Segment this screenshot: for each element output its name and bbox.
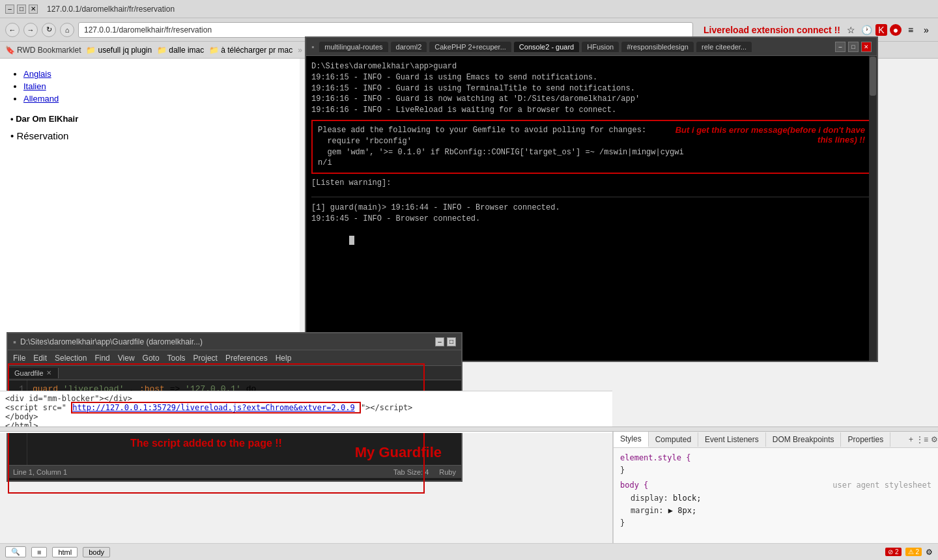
devtools-tab-computed[interactable]: Computed [649,432,698,447]
menu-find[interactable]: Find [94,354,109,363]
menu-edit[interactable]: Edit [33,354,47,363]
terminal-line-2: 19:16:15 - INFO - Guard is using Termina… [311,83,872,94]
devtools-selector-body: body { [620,481,648,490]
terminal-tab-daroml[interactable]: daroml2 [391,42,427,52]
bookmark-telecharger[interactable]: 📁 à télécharger pr mac [209,46,292,55]
sublime-minimize[interactable]: – [435,337,444,346]
sublime-tab-guardfile[interactable]: Guardfile ✕ [8,368,59,378]
menu-view[interactable]: View [118,354,135,363]
terminal-restore-btn[interactable]: □ [848,42,859,52]
terminal-scrollthumb[interactable] [870,57,876,96]
terminal-close-btn[interactable]: ✕ [861,42,872,52]
menu-tools[interactable]: Tools [167,354,186,363]
menu-goto[interactable]: Goto [143,354,160,363]
terminal-line-3: 19:16:16 - INFO - Guard is now watching … [311,94,872,105]
reload-button[interactable]: ↻ [42,23,56,37]
nav-link-allemand[interactable]: Allemand [23,94,59,104]
terminal-warning-line-2: gem 'wdm', '>= 0.1.0' if RbConfig::CONFI… [318,147,865,158]
sublime-tab-close[interactable]: ✕ [46,369,51,376]
devtools-tab-dom-breakpoints[interactable]: DOM Breakpoints [766,432,842,447]
terminal-listen-warning: [Listen warning]: [311,178,872,189]
back-button[interactable]: ← [5,23,20,37]
devtools-tab-styles[interactable]: Styles [614,432,649,447]
devtools-tabs: Styles Computed Event Listeners DOM Brea… [614,431,938,448]
terminal-warning-annotation: But i get this error message(before i do… [670,125,865,145]
statusbar-right: ⊘ 2 ⚠ 2 ⚙ [885,548,933,557]
terminal-titlebar: ▪ multilingual-routes daroml2 CakePHP 2+… [306,38,877,56]
devtools-icons: + ⋮≡ ⚙ [909,435,938,444]
sublime-controls[interactable]: – □ [435,337,456,346]
bookmark-jq[interactable]: 📁 usefull jq plugin [86,46,152,55]
expand-icon[interactable]: » [920,23,933,36]
html-annotation: The script added to the page !! [130,438,282,449]
nav-link-anglais[interactable]: Anglais [23,69,51,79]
terminal-tab-rele[interactable]: rele citeeder... [696,42,752,52]
terminal-warning-box: But i get this error message(before i do… [311,120,872,174]
terminal-line-0: D:\Sites\daromelkhair\app>guard [311,61,872,72]
statusbar-toggle-btn[interactable]: ≡ [31,547,47,557]
bookmarks-more[interactable]: » [298,46,302,55]
extension-icon[interactable]: K [875,24,887,36]
statusbar-gear-icon[interactable]: ⚙ [926,548,933,557]
devtools-rule-body-close: } [620,517,931,529]
close-btn[interactable]: ✕ [29,5,38,14]
home-button[interactable]: ⌂ [60,23,74,37]
minimize-btn[interactable]: – [5,5,14,14]
html-script-close: "></script> [361,403,412,412]
window-controls[interactable]: – □ ✕ [5,5,38,14]
terminal-tab-multilingual[interactable]: multilingual-routes [319,42,388,52]
nav-link-italien[interactable]: Italien [23,81,46,91]
devtools-tab-properties[interactable]: Properties [841,432,890,447]
terminal-tab-hfusion[interactable]: HFusion [582,42,619,52]
bookmark-rwd-label: RWD Bookmarklet [17,46,81,55]
statusbar-body-btn[interactable]: body [83,547,110,557]
folder-dalle-icon: 📁 [157,46,167,55]
sidebar-reservation[interactable]: • Réservation [10,130,289,141]
terminal-app-icon: ▪ [311,42,314,51]
html-script-line: <script src=" http://127.0.0.1:35729/liv… [5,403,607,412]
sublime-maximize[interactable]: □ [447,337,456,346]
terminal-minimize-btn[interactable]: – [835,42,846,52]
menu-selection[interactable]: Selection [55,354,87,363]
terminal-controls[interactable]: – □ ✕ [835,42,872,52]
sublime-statusbar-right: Tab Size: 4 Ruby [393,468,456,476]
devtools-tab-event-listeners[interactable]: Event Listeners [698,432,766,447]
menu-help[interactable]: Help [276,354,292,363]
browser-title: 127.0.0.1/daromelkhair/fr/reservation [47,5,175,14]
devtools-gear-icon[interactable]: ⚙ [931,435,938,444]
html-script-url[interactable]: http://127.0.0.1:35729/livereload.js?ext… [72,403,354,412]
statusbar-zoom-btn[interactable]: 🔍 [5,546,26,557]
terminal-tab-console2[interactable]: Console2 - guard [514,42,579,52]
statusbar-error-badge: ⊘ 2 [885,548,901,556]
address-bar[interactable]: 127.0.0.1/daromelkhair/fr/reservation [78,22,693,38]
devtools-format-icon[interactable]: ⋮≡ [916,435,928,444]
nav-item-italien[interactable]: Italien [23,81,289,91]
terminal-tab-cakephp[interactable]: CakePHP 2+recuper... [429,42,511,52]
clock-icon[interactable]: 🕐 [860,23,873,36]
menu-file[interactable]: File [13,354,25,363]
menu-icon[interactable]: ≡ [904,23,917,36]
menu-project[interactable]: Project [193,354,218,363]
devtools-rule-body: body { user agent stylesheet [620,479,931,492]
sublime-tab-guardfile-label: Guardfile [14,369,44,377]
bookmark-dalle-label: dalle imac [169,46,204,55]
statusbar-html-btn[interactable]: html [52,547,78,557]
forward-button[interactable]: → [23,23,38,37]
menu-preferences[interactable]: Preferences [225,354,268,363]
bookmark-dalle[interactable]: 📁 dalle imac [157,46,204,55]
browser-titlebar: – □ ✕ 127.0.0.1/daromelkhair/fr/reservat… [0,0,938,18]
terminal-scrollbar[interactable] [869,56,877,361]
devtools-resize-handle[interactable] [0,427,938,432]
devtools-add-icon[interactable]: + [909,435,913,444]
restore-btn[interactable]: □ [17,5,26,14]
devtools-rule-element-style-close: } [620,464,931,477]
terminal-window: ▪ multilingual-routes daroml2 CakePHP 2+… [305,36,878,362]
bookmark-rwd[interactable]: 🔖 RWD Bookmarklet [5,46,81,55]
bookmark-icon[interactable]: ☆ [844,23,857,36]
terminal-tab-responsive[interactable]: #responsibledesign [621,42,694,52]
devtools-comment-user-agent: user agent stylesheet [832,479,931,492]
record-icon[interactable]: ● [890,24,902,36]
page-sidebar: Anglais Italien Allemand • Dar Om ElKhai… [0,59,300,152]
nav-item-allemand[interactable]: Allemand [23,94,289,104]
nav-item-anglais[interactable]: Anglais [23,69,289,79]
